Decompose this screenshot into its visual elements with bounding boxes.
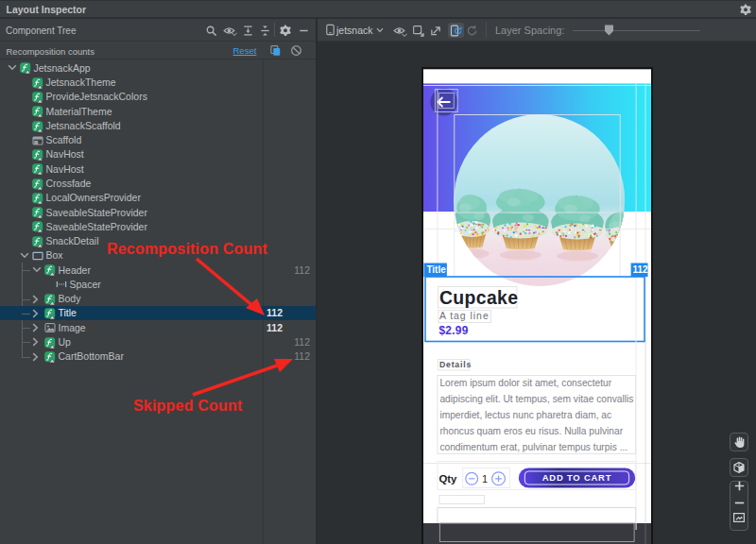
svg-text:1: 1 — [482, 473, 488, 484]
svg-text:imperdiet, lectus nunc pharetr: imperdiet, lectus nunc pharetra diam, ac — [439, 410, 611, 420]
svg-text:Title: Title — [426, 264, 446, 275]
svg-text:ADD TO CART: ADD TO CART — [541, 472, 611, 483]
svg-text:Details: Details — [438, 360, 471, 369]
svg-text:condimentum erat, pulvinar tem: condimentum erat, pulvinar tempus turpis… — [439, 442, 627, 452]
svg-text:$2.99: $2.99 — [438, 324, 468, 337]
svg-text:Cupcake: Cupcake — [438, 287, 518, 308]
svg-text:adipiscing elit. Ut tempus, se: adipiscing elit. Ut tempus, sem vitae co… — [439, 394, 633, 404]
svg-text:Qty: Qty — [438, 473, 457, 484]
svg-text:112: 112 — [632, 264, 647, 275]
svg-text:A tag line: A tag line — [438, 311, 489, 321]
svg-text:Lorem ipsum dolor sit amet, co: Lorem ipsum dolor sit amet, consectetur — [439, 378, 611, 388]
svg-text:rhoncus quam eros eu risus. Nu: rhoncus quam eros eu risus. Nulla pulvin… — [439, 426, 623, 436]
